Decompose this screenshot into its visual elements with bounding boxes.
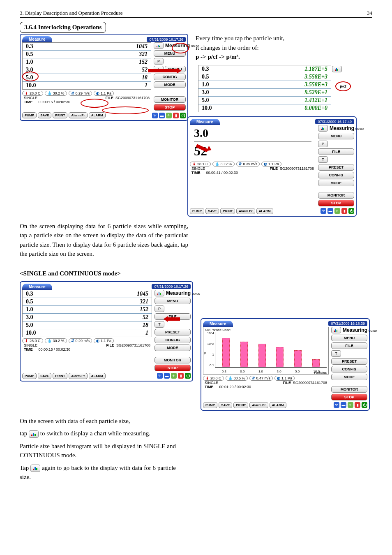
row-size[interactable]: 0.3 (26, 43, 42, 50)
config-button[interactable]: CONFIG (318, 172, 354, 178)
mode-button[interactable]: MODE (154, 81, 186, 88)
mode-button[interactable]: MODE (331, 374, 367, 380)
row-size[interactable]: 5.0 (26, 322, 42, 328)
print-button[interactable]: PRINT (220, 208, 235, 214)
selected-size[interactable]: 3.0 (194, 127, 311, 140)
pressure-icon: ◐ (264, 162, 267, 166)
row-size[interactable]: 0.3 (26, 291, 42, 297)
print-button[interactable]: PRINT (233, 402, 248, 408)
save-button[interactable]: SAVE (38, 373, 51, 379)
row-size[interactable]: 1.0 (26, 306, 42, 313)
alarm-button[interactable]: ALARM (89, 373, 106, 379)
chart-icon[interactable] (154, 290, 164, 296)
config-button[interactable]: CONFIG (154, 337, 191, 343)
t-button[interactable]: T (154, 321, 164, 328)
row-size[interactable]: 1.0 (202, 81, 218, 88)
config-button[interactable]: CONFIG (331, 366, 367, 372)
section-title: 3.6.4 Interlocking Operations (20, 22, 106, 33)
status-bar: 🌡28.1 C 💧30.2 % ⇵0.39 m/s ◐1.1 Pa (190, 162, 316, 166)
row-size[interactable]: 3.0 (26, 314, 42, 321)
time-label: TIME (191, 171, 201, 175)
row-size[interactable]: 10.0 (26, 330, 42, 336)
row-size[interactable]: 5.0 (202, 97, 218, 104)
mode-button[interactable]: MODE (318, 180, 354, 186)
preset-button[interactable]: PRESET (331, 358, 367, 365)
monitor-button[interactable]: MONITOR (154, 96, 186, 103)
alarmpr-button[interactable]: Alarm Pr (236, 208, 255, 214)
particle-chart[interactable]: Six Particle Chart 10^4 10^2 1 0.1 p 0.3… (203, 327, 329, 375)
chart-icon[interactable] (331, 327, 341, 333)
print-button[interactable]: PRINT (53, 112, 67, 118)
save-button[interactable]: SAVE (38, 112, 51, 118)
chart-bars (215, 332, 327, 368)
monitor-button[interactable]: MONITOR (331, 386, 367, 393)
stop-button[interactable]: STOP (154, 365, 191, 371)
row-size[interactable]: 3.0 (26, 67, 42, 73)
pump-button[interactable]: PUMP (22, 112, 37, 118)
p-button[interactable]: P (154, 58, 164, 65)
file-button[interactable]: FILE (318, 148, 354, 155)
battery-icon: ▮ (341, 208, 347, 214)
chart-icon[interactable] (318, 125, 328, 132)
row-size[interactable]: 5.0 (26, 74, 42, 81)
alarmpr-button[interactable]: Alarm Pr (69, 373, 87, 379)
status-bar: 🌡28.0 C 💧30.5 % ⇵0.47 m/s ◐1.1 Pa (203, 376, 329, 381)
flow-icon: ⇵ (71, 91, 74, 95)
measure-tab[interactable]: Measure (22, 36, 52, 42)
menu-button[interactable]: MENU (318, 133, 354, 139)
row-size[interactable]: 0.5 (202, 74, 218, 80)
row-size[interactable]: 3.0 (202, 89, 218, 96)
alarm-button[interactable]: ALARM (89, 112, 106, 118)
config-button[interactable]: CONFIG (154, 74, 186, 80)
print-button[interactable]: PRINT (53, 373, 67, 379)
preset-button[interactable]: PRESET (318, 164, 354, 171)
t-button[interactable]: T (331, 350, 341, 357)
svg-rect-10 (159, 292, 159, 295)
mode-label: SINGLE (24, 96, 37, 100)
particle-table[interactable]: 0.31045 0.5321 1.0152 3.052 5.018 10.01 (22, 290, 152, 337)
chart-icon[interactable] (332, 66, 342, 72)
particle-table-pcf[interactable]: 0.31.187E+5 0.53.558E+3 1.03.558E+3 3.09… (198, 65, 331, 112)
menu-button[interactable]: MENU (154, 298, 191, 304)
alarmpr-button[interactable]: Alarm Pr (249, 402, 268, 408)
p-button[interactable]: P (154, 305, 164, 312)
measure-tab[interactable]: Measure (190, 119, 220, 125)
menu-button[interactable]: MENU (331, 335, 367, 341)
chart-icon[interactable] (29, 430, 39, 438)
stop-button[interactable]: STOP (318, 200, 354, 206)
row-size[interactable]: 0.3 (202, 66, 218, 72)
alarmpr-button[interactable]: Alarm Pr (69, 112, 87, 118)
alarm-button[interactable]: ALARM (270, 402, 286, 408)
menu-button[interactable]: MENU (154, 50, 186, 57)
mode-button[interactable]: MODE (154, 345, 191, 351)
p-button[interactable]: P (318, 141, 328, 147)
row-val: 0.000E+0 (304, 105, 327, 111)
pump-button[interactable]: PUMP (190, 208, 204, 214)
row-size[interactable]: 0.5 (26, 51, 42, 58)
measuring-label: Measuring00:00 (166, 290, 200, 296)
monitor-button[interactable]: MONITOR (154, 357, 191, 363)
stop-button[interactable]: STOP (154, 104, 186, 111)
pump-button[interactable]: PUMP (22, 373, 37, 379)
monitor-button[interactable]: MONITOR (318, 192, 354, 199)
file-button[interactable]: FILE (331, 342, 367, 349)
svg-rect-18 (33, 469, 34, 470)
stop-button[interactable]: STOP (331, 394, 367, 400)
save-button[interactable]: SAVE (205, 208, 219, 214)
t-button[interactable]: T (318, 156, 328, 163)
save-button[interactable]: SAVE (219, 402, 232, 408)
chart-icon[interactable] (30, 465, 40, 472)
svg-rect-16 (33, 433, 34, 436)
chart-icon[interactable] (154, 42, 164, 49)
measure-tab[interactable]: Measure (203, 321, 233, 327)
alarm-button[interactable]: ALARM (256, 208, 273, 214)
device-screenshot-a: Measure 07/31/2009 16:17:26 0.31045 0.53… (20, 34, 188, 121)
particle-table[interactable]: 0.31045 0.5321 1.0152 3.052 5.018 10.01 (22, 42, 151, 90)
measure-tab[interactable]: Measure (22, 284, 52, 290)
row-size[interactable]: 10.0 (202, 105, 218, 111)
preset-button[interactable]: PRESET (154, 329, 191, 335)
pump-button[interactable]: PUMP (203, 402, 217, 408)
row-size[interactable]: 0.5 (26, 298, 42, 305)
row-size[interactable]: 10.0 (26, 82, 42, 89)
row-size[interactable]: 1.0 (26, 59, 42, 65)
